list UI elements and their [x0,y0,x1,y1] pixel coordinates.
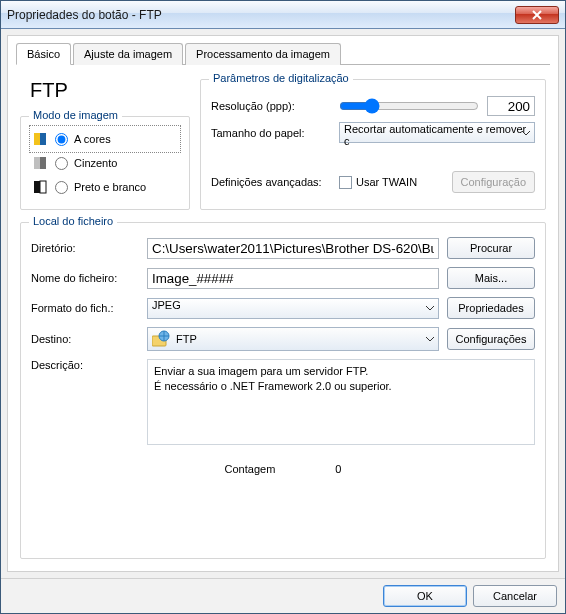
tab-strip: Básico Ajuste da imagem Processamento da… [16,42,550,65]
description-label: Descrição: [31,359,139,371]
use-twain-checkbox[interactable]: Usar TWAIN [339,176,417,189]
scan-params-legend: Parâmetros de digitalização [209,72,353,84]
paper-size-select[interactable]: Recortar automaticamente e remover c [339,122,535,143]
page-title: FTP [20,75,190,106]
fileformat-label: Formato do fich.: [31,302,139,314]
tab-image-adjust[interactable]: Ajuste da imagem [73,43,183,65]
svg-rect-1 [40,133,46,145]
radio-bw-input[interactable] [55,181,68,194]
tab-image-process[interactable]: Processamento da imagem [185,43,341,65]
image-mode-group: Modo de imagem A cores Cinzento [20,116,190,210]
paper-size-value: Recortar automaticamente e remover c [344,123,526,147]
config-button[interactable]: Configuração [452,171,535,193]
radio-color[interactable]: A cores [31,127,179,151]
file-location-group: Local do ficheiro Diretório: Procurar No… [20,222,546,559]
destination-label: Destino: [31,333,139,345]
fileformat-select[interactable]: JPEG [147,298,439,319]
dialog-footer: OK Cancelar [1,578,565,613]
destination-value: FTP [176,333,434,345]
more-button[interactable]: Mais... [447,267,535,289]
globe-folder-icon [152,330,170,348]
chevron-down-icon [426,302,434,314]
image-mode-legend: Modo de imagem [29,109,122,121]
ok-button[interactable]: OK [383,585,467,607]
resolution-value[interactable] [487,96,535,116]
destination-select[interactable]: FTP [147,327,439,351]
close-button[interactable] [515,6,559,24]
resolution-slider[interactable] [339,98,479,114]
radio-bw-label: Preto e branco [74,181,146,193]
svg-rect-2 [34,157,40,169]
client-area: Básico Ajuste da imagem Processamento da… [7,35,559,572]
checkbox-icon [339,176,352,189]
dialog-window: Propriedades do botão - FTP Básico Ajust… [0,0,566,614]
tab-body-basic: FTP Modo de imagem A cores Cinzento [16,65,550,563]
gray-swatch-icon [33,155,49,171]
description-text[interactable]: Enviar a sua imagem para um servidor FTP… [147,359,535,445]
svg-rect-0 [34,133,40,145]
svg-rect-5 [40,181,46,193]
titlebar: Propriedades do botão - FTP [1,1,565,29]
filename-input[interactable] [147,268,439,289]
chevron-down-icon [522,127,530,139]
resolution-label: Resolução (ppp): [211,100,331,112]
tab-basic[interactable]: Básico [16,43,71,65]
radio-gray[interactable]: Cinzento [31,151,179,175]
radio-color-label: A cores [74,133,111,145]
properties-button[interactable]: Propriedades [447,297,535,319]
count-value: 0 [335,463,341,475]
advanced-label: Definições avançadas: [211,176,331,188]
filename-label: Nome do ficheiro: [31,272,139,284]
bw-swatch-icon [33,179,49,195]
radio-color-input[interactable] [55,133,68,146]
directory-label: Diretório: [31,242,139,254]
count-label: Contagem [225,463,276,475]
directory-input[interactable] [147,238,439,259]
radio-gray-input[interactable] [55,157,68,170]
paper-size-label: Tamanho do papel: [211,127,331,139]
browse-button[interactable]: Procurar [447,237,535,259]
color-swatch-icon [33,131,49,147]
scan-params-group: Parâmetros de digitalização Resolução (p… [200,79,546,210]
svg-rect-3 [40,157,46,169]
file-location-legend: Local do ficheiro [29,215,117,227]
close-icon [532,10,542,20]
use-twain-label: Usar TWAIN [356,176,417,188]
window-title: Propriedades do botão - FTP [7,8,515,22]
chevron-down-icon [426,333,434,345]
svg-rect-4 [34,181,40,193]
radio-gray-label: Cinzento [74,157,117,169]
fileformat-value: JPEG [152,299,181,311]
cancel-button[interactable]: Cancelar [473,585,557,607]
radio-bw[interactable]: Preto e branco [31,175,179,199]
configurations-button[interactable]: Configurações [447,328,535,350]
